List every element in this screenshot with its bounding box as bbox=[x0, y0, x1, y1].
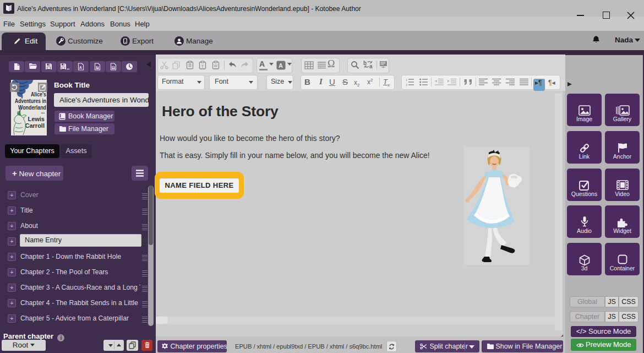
svg-text:P: P bbox=[96, 66, 99, 69]
svg-text:2: 2 bbox=[406, 83, 407, 86]
svg-text:Wonderland: Wonderland bbox=[18, 104, 46, 111]
svg-text:•••: ••• bbox=[41, 111, 45, 115]
svg-text:Lewis: Lewis bbox=[28, 116, 45, 122]
svg-text:b: b bbox=[363, 60, 367, 66]
svg-text:Carroll: Carroll bbox=[25, 122, 45, 129]
svg-text:A: A bbox=[279, 62, 283, 69]
svg-text:Adventures in: Adventures in bbox=[15, 97, 46, 104]
svg-text:W: W bbox=[214, 64, 218, 68]
svg-text:a: a bbox=[369, 63, 373, 69]
svg-text:W: W bbox=[112, 66, 115, 69]
svg-text:T: T bbox=[201, 64, 204, 69]
svg-text:1: 1 bbox=[406, 78, 407, 82]
svg-text:A: A bbox=[79, 66, 82, 69]
